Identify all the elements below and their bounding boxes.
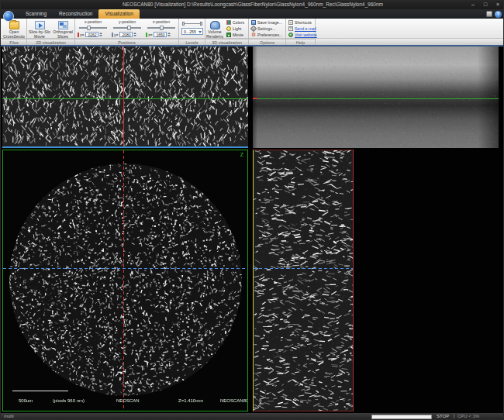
group-caption-positions: Positions: [75, 39, 178, 45]
z-slider-thumb[interactable]: [160, 26, 164, 30]
shortcuts-button[interactable]: Shortcuts: [287, 19, 319, 25]
help-icon[interactable]: ?: [495, 11, 502, 18]
visit-website-link[interactable]: Visit website: [287, 32, 319, 37]
tab-scanning[interactable]: Scanning: [19, 9, 53, 19]
y-axis-color-icon: [112, 33, 113, 37]
app-logo-icon[interactable]: [3, 11, 14, 22]
tabrow-corner-icons: ?: [486, 11, 502, 18]
colors-button[interactable]: Colors: [225, 19, 246, 25]
ribbon-group-options: Save Image... Settings... ⚙ Preferences.…: [249, 19, 286, 45]
close-button[interactable]: ×: [492, 1, 503, 9]
x-spin-row: x= 0262: [77, 32, 109, 37]
y-position-control: y-position y= 2080: [111, 19, 143, 37]
chevron-down-icon: [198, 31, 202, 33]
scale-bar: [12, 391, 68, 391]
levels-combo[interactable]: 0...255: [181, 28, 203, 35]
keyboard-icon: [288, 20, 293, 25]
stop-button[interactable]: STOP: [437, 414, 449, 418]
ribbon-group-2d-visualization: Slice-by-Slice Movie Orthogonal Slices 2…: [27, 19, 75, 45]
levels-value: 0...255: [184, 29, 196, 34]
y-value-input[interactable]: 2080: [119, 32, 133, 37]
ribbon-group-levels: 0...255 Levels: [179, 19, 205, 45]
light-label: Light: [233, 26, 241, 31]
status-bar: multi STOP CPU < 1%: [1, 413, 504, 420]
light-icon: [226, 26, 231, 31]
z-crosshair-line[interactable]: [2, 98, 248, 99]
ribbon-group-help: Shortcuts Send e-mail Visit website Help: [286, 19, 316, 45]
y-crosshair-dashed-line[interactable]: [3, 268, 247, 269]
tab-reconstruction[interactable]: Reconstruction: [53, 9, 98, 19]
group-caption-3d-visualization: 3D visualization: [205, 39, 248, 45]
axial-slice-image[interactable]: [3, 150, 247, 411]
viewport-yz-slice[interactable]: [253, 150, 354, 411]
title-bar: NEOSCAN80 [Visualization] D:\Results\Loo…: [1, 1, 504, 9]
yz-slice-image[interactable]: [254, 150, 353, 411]
x-slider-track: [79, 27, 107, 29]
play-icon: [35, 21, 45, 29]
x-crosshair-line[interactable]: [123, 46, 124, 146]
film-icon: [226, 33, 231, 37]
x-value-input[interactable]: 0262: [85, 32, 98, 37]
y-position-slider[interactable]: [113, 26, 141, 30]
x-slider-thumb[interactable]: [87, 26, 91, 30]
z-spin-row: z= 1650: [145, 32, 178, 37]
maximize-button[interactable]: □: [480, 1, 491, 9]
volume-rendering-button[interactable]: Volume Rendering: [205, 19, 224, 38]
group-caption-files: Files: [2, 39, 26, 45]
x-spinner-arrows[interactable]: [99, 33, 102, 36]
x-crosshair-dashed-line[interactable]: [123, 150, 124, 411]
viewport-xz-slice[interactable]: [2, 46, 248, 148]
z-crosshair-line-projection[interactable]: [253, 98, 499, 99]
scale-bar-label: 500um: [19, 398, 33, 403]
shortcuts-label: Shortcuts: [295, 20, 312, 25]
help-buttons: Shortcuts Send e-mail Visit website: [287, 19, 319, 37]
mail-icon: [288, 26, 293, 31]
application-window: NEOSCAN80 [Visualization] D:\Results\Loo…: [0, 0, 504, 420]
viewport-axial-slice[interactable]: Z 500um (pixels 960 nm) NEOSCAN Z=1.410m…: [2, 150, 248, 411]
xz-slice-image[interactable]: [2, 46, 248, 146]
y-spinner-arrows[interactable]: [133, 33, 136, 36]
y-position-label: y-position: [111, 19, 143, 24]
z-position-slider[interactable]: [147, 26, 175, 30]
wrench-icon: [250, 25, 257, 31]
x-position-control: x-position x= 0262: [77, 19, 109, 37]
projection-image[interactable]: [253, 46, 499, 148]
x-position-label: x-position: [77, 19, 109, 24]
y-slider-thumb[interactable]: [127, 26, 131, 30]
orthogonal-slices-button[interactable]: Orthogonal Slices: [51, 19, 74, 38]
preferences-button[interactable]: ⚙ Preferences...: [250, 32, 284, 37]
tab-visualization[interactable]: Visualization: [98, 9, 139, 19]
x-axis-color-icon: [78, 33, 79, 37]
light-button[interactable]: Light: [225, 26, 246, 31]
axis-label-z: Z: [240, 152, 243, 157]
z-position-control: z-position z= 1650: [145, 19, 178, 37]
minimize-button[interactable]: –: [468, 1, 478, 9]
open-folder-icon: [9, 21, 19, 29]
levels-min-handle[interactable]: [182, 22, 185, 26]
settings-button[interactable]: Settings...: [250, 26, 284, 31]
movie-button[interactable]: Movie: [225, 32, 246, 37]
x-prefix: x=: [80, 33, 85, 37]
y-crosshair-dashed-line-strip[interactable]: [254, 268, 353, 269]
viewport-projection[interactable]: [253, 46, 499, 148]
slice-by-slice-movie-button[interactable]: Slice-by-Slice Movie: [28, 19, 51, 38]
z-spinner-arrows[interactable]: [167, 33, 171, 36]
cpu-usage-label: CPU < 1%: [454, 414, 479, 418]
open-crosssections-button[interactable]: Open CrossSections: [2, 19, 26, 38]
x-position-slider[interactable]: [79, 26, 107, 30]
settings-label: Settings...: [257, 26, 275, 31]
levels-max-handle[interactable]: [200, 22, 202, 26]
viewport-area: Z 500um (pixels 960 nm) NEOSCAN Z=1.410m…: [1, 46, 504, 413]
send-email-link[interactable]: Send e-mail: [287, 26, 319, 31]
send-email-label: Send e-mail: [295, 26, 316, 31]
ribbon: Open CrossSections Files Slice-by-Slice …: [1, 19, 504, 45]
save-image-button[interactable]: Save Image...: [250, 19, 284, 25]
group-caption-help: Help: [286, 39, 315, 45]
ribbon-style-icon[interactable]: [486, 11, 492, 17]
z-axis-color-icon: [146, 33, 147, 37]
z-value-input[interactable]: 1650: [154, 32, 167, 37]
preferences-label: Preferences...: [257, 33, 282, 37]
colors-icon: [226, 20, 231, 25]
group-caption-2d-visualization: 2D visualization: [27, 39, 74, 45]
levels-range-slider[interactable]: [182, 22, 202, 26]
